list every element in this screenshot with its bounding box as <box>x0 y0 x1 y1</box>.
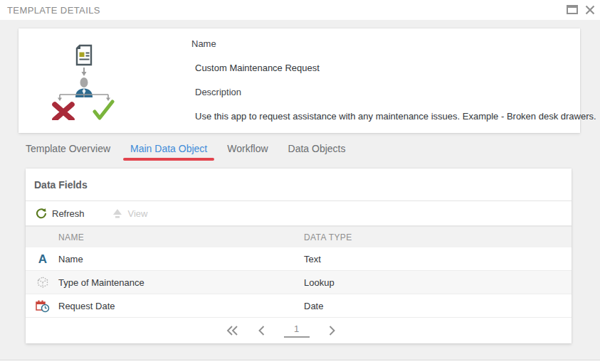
view-button[interactable]: View <box>112 208 148 219</box>
maximize-icon[interactable] <box>567 5 578 14</box>
page-number-input[interactable]: 1 <box>284 323 310 338</box>
field-name: Request Date <box>58 301 304 311</box>
name-value: Custom Maintenance Request <box>195 63 320 73</box>
refresh-icon <box>36 208 47 219</box>
template-details-dialog: { "titlebar": { "title": "TEMPLATE DETAI… <box>0 0 600 364</box>
field-data-type: Lookup <box>304 277 572 288</box>
field-data-type: Text <box>304 254 572 264</box>
tab-main-data-object[interactable]: Main Data Object <box>123 138 214 162</box>
table-row[interactable]: A Name Text <box>26 247 572 271</box>
view-label: View <box>128 208 148 219</box>
first-page-icon[interactable] <box>226 325 238 336</box>
view-icon <box>112 208 123 219</box>
pagination-bar: 1 <box>26 318 572 343</box>
tab-workflow[interactable]: Workflow <box>220 138 275 162</box>
dialog-titlebar: TEMPLATE DETAILS <box>0 0 600 20</box>
reject-x-icon <box>55 105 72 119</box>
field-data-type: Date <box>304 301 572 311</box>
tab-template-overview[interactable]: Template Overview <box>19 138 117 162</box>
dialog-footer <box>0 360 600 364</box>
approval-workflow-illustration <box>52 43 117 120</box>
template-info-card: Name Custom Maintenance Request Descript… <box>19 28 580 133</box>
name-label: Name <box>191 38 216 49</box>
table-row[interactable]: Request Date Date <box>26 294 572 318</box>
text-type-icon: A <box>38 253 47 265</box>
panel-title: Data Fields <box>34 179 88 191</box>
table-toolbar: Refresh View <box>26 201 572 226</box>
field-name: Type of Maintenance <box>58 277 304 288</box>
lookup-type-icon <box>36 276 49 289</box>
approve-check-icon <box>95 102 112 118</box>
next-page-icon[interactable] <box>328 325 337 336</box>
tab-data-objects[interactable]: Data Objects <box>281 138 353 162</box>
description-label: Description <box>195 87 241 97</box>
column-header-name: NAME <box>58 232 304 242</box>
table-header-row: NAME DATA TYPE <box>26 226 572 247</box>
table-row[interactable]: Type of Maintenance Lookup <box>26 271 572 294</box>
date-type-icon <box>36 299 50 313</box>
tab-bar: Template Overview Main Data Object Workf… <box>19 138 358 162</box>
dialog-title: TEMPLATE DETAILS <box>7 5 100 16</box>
previous-page-icon[interactable] <box>257 325 265 336</box>
refresh-button[interactable]: Refresh <box>36 208 85 219</box>
close-icon[interactable] <box>584 4 596 16</box>
column-header-data-type: DATA TYPE <box>304 232 572 242</box>
panel-header: Data Fields <box>26 168 572 201</box>
field-name: Name <box>58 254 304 264</box>
description-value: Use this app to request assistance with … <box>195 111 596 122</box>
data-fields-panel: Data Fields Refresh View NAME DATA TYPE … <box>26 168 572 343</box>
refresh-label: Refresh <box>52 208 85 219</box>
